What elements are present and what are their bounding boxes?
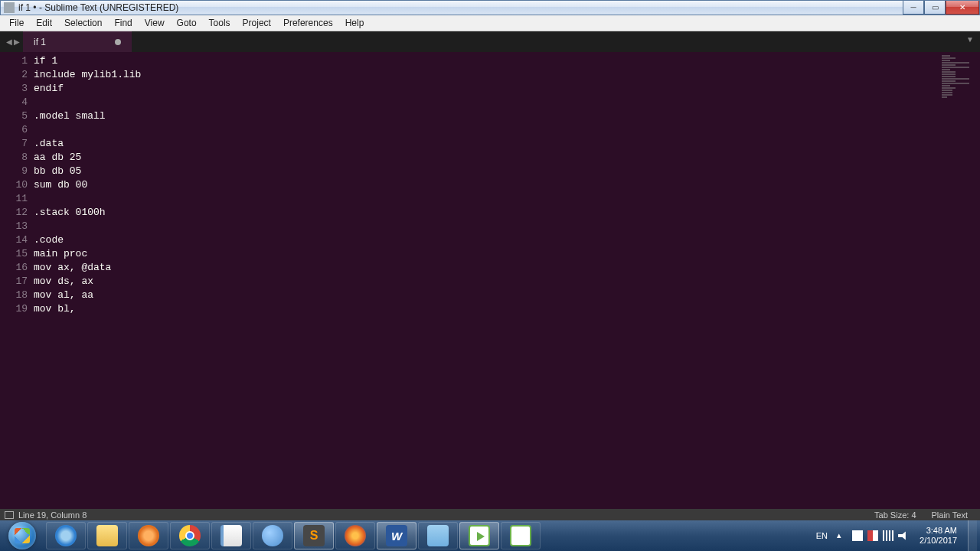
code-line: .model small: [34, 109, 980, 123]
tab-nav-forward-icon[interactable]: ▶: [14, 37, 20, 46]
clock-time: 3:48 AM: [920, 526, 957, 536]
show-desktop-button[interactable]: [968, 520, 977, 551]
tab-overflow-icon[interactable]: ▼: [960, 31, 980, 52]
code-line: mov ds, ax: [34, 275, 980, 289]
minimize-button[interactable]: ─: [903, 1, 924, 15]
menu-help[interactable]: Help: [339, 16, 371, 30]
line-number: 17: [0, 275, 28, 289]
clock[interactable]: 3:48 AM 2/10/2017: [915, 526, 962, 546]
line-number: 18: [0, 289, 28, 302]
firefox-icon: [345, 525, 366, 546]
code-line: sum db 00: [34, 178, 980, 192]
windows-logo-icon: [8, 522, 36, 549]
menubar: File Edit Selection Find View Goto Tools…: [0, 15, 980, 31]
code-line: [34, 123, 980, 137]
volume-icon[interactable]: [898, 530, 909, 541]
editor[interactable]: 1 2 3 4 5 6 7 8 9 10 11 12 13 14 15 16 1…: [0, 52, 980, 509]
clock-date: 2/10/2017: [920, 536, 957, 546]
tab-dirty-indicator-icon[interactable]: [115, 39, 121, 45]
statusbar-panel-icon[interactable]: [5, 511, 14, 519]
line-number: 19: [0, 302, 28, 316]
taskbar-items: [46, 522, 541, 549]
code-line: .data: [34, 137, 980, 151]
taskbar-camtasia-rec[interactable]: [459, 522, 499, 549]
line-number: 9: [0, 165, 28, 178]
code-line: mov ax, @data: [34, 261, 980, 275]
code-line: [34, 192, 980, 206]
line-number: 6: [0, 123, 28, 137]
menu-project[interactable]: Project: [237, 16, 277, 30]
taskbar-ie[interactable]: [46, 522, 86, 549]
line-number: 5: [0, 109, 28, 123]
code-line: .code: [34, 233, 980, 247]
taskbar-media-player[interactable]: [129, 522, 168, 549]
tab-label: if 1: [34, 37, 46, 47]
statusbar: Line 19, Column 8 Tab Size: 4 Plain Text: [0, 509, 980, 520]
app-icon: [4, 2, 15, 13]
maximize-button[interactable]: ▭: [924, 1, 946, 15]
taskbar-firefox[interactable]: [335, 522, 375, 549]
network-icon[interactable]: [883, 530, 893, 541]
line-number: 4: [0, 96, 28, 109]
menu-selection[interactable]: Selection: [58, 16, 108, 30]
menu-edit[interactable]: Edit: [30, 16, 58, 30]
media-player-icon: [138, 525, 159, 546]
code-line: .stack 0100h: [34, 206, 980, 220]
taskbar-camtasia[interactable]: [501, 522, 541, 549]
line-number: 15: [0, 247, 28, 261]
code-line: mov al, aa: [34, 289, 980, 302]
menu-find[interactable]: Find: [108, 16, 138, 30]
code-line: [34, 96, 980, 109]
tab-nav: ◀ ▶: [3, 31, 23, 52]
code-line: mov bl,: [34, 302, 980, 316]
statusbar-tab-size[interactable]: Tab Size: 4: [867, 510, 923, 520]
start-button[interactable]: [2, 520, 43, 551]
statusbar-syntax[interactable]: Plain Text: [924, 510, 976, 520]
system-tray: EN ▴ 3:48 AM 2/10/2017: [813, 520, 978, 551]
line-number: 12: [0, 206, 28, 220]
security-icon[interactable]: [867, 530, 878, 541]
ie-icon: [55, 525, 77, 546]
taskbar-chrome[interactable]: [170, 522, 210, 549]
taskbar-explorer[interactable]: [87, 522, 127, 549]
line-number: 13: [0, 220, 28, 233]
code-line: endif: [34, 82, 980, 96]
line-number: 14: [0, 233, 28, 247]
code-line: main proc: [34, 247, 980, 261]
code-area[interactable]: if 1 include mylib1.lib endif .model sma…: [34, 52, 980, 509]
line-number: 2: [0, 68, 28, 82]
minimap[interactable]: [940, 54, 971, 107]
chrome-icon: [179, 525, 201, 546]
window-controls: ─ ▭ ✕: [903, 1, 979, 15]
line-number: 3: [0, 82, 28, 96]
line-number: 10: [0, 178, 28, 192]
menu-view[interactable]: View: [139, 16, 171, 30]
menu-tools[interactable]: Tools: [203, 16, 237, 30]
code-line: if 1: [34, 54, 980, 68]
taskbar-notepad[interactable]: [211, 522, 251, 549]
menu-preferences[interactable]: Preferences: [277, 16, 339, 30]
pictures-icon: [427, 525, 449, 546]
camtasia2-icon: [510, 525, 531, 546]
taskbar-magnifier[interactable]: [253, 522, 292, 549]
statusbar-position[interactable]: Line 19, Column 8: [18, 510, 87, 520]
menu-goto[interactable]: Goto: [171, 16, 203, 30]
action-center-icon[interactable]: [852, 530, 863, 541]
line-number: 7: [0, 137, 28, 151]
menu-file[interactable]: File: [3, 16, 30, 30]
tab-nav-back-icon[interactable]: ◀: [6, 37, 12, 46]
tray-overflow-icon[interactable]: ▴: [837, 530, 848, 541]
code-line: [34, 220, 980, 233]
window-title: if 1 • - Sublime Text (UNREGISTERED): [18, 2, 178, 13]
tab-active[interactable]: if 1: [23, 31, 132, 52]
close-button[interactable]: ✕: [946, 1, 979, 15]
language-indicator[interactable]: EN: [813, 530, 831, 542]
taskbar-word[interactable]: [377, 522, 416, 549]
notepad-icon: [220, 525, 242, 546]
tray-icons: ▴: [837, 530, 909, 541]
code-line: aa db 25: [34, 151, 980, 165]
taskbar-sublime[interactable]: [294, 522, 334, 549]
folder-icon: [96, 525, 118, 546]
taskbar-pictures[interactable]: [418, 522, 458, 549]
line-number: 8: [0, 151, 28, 165]
